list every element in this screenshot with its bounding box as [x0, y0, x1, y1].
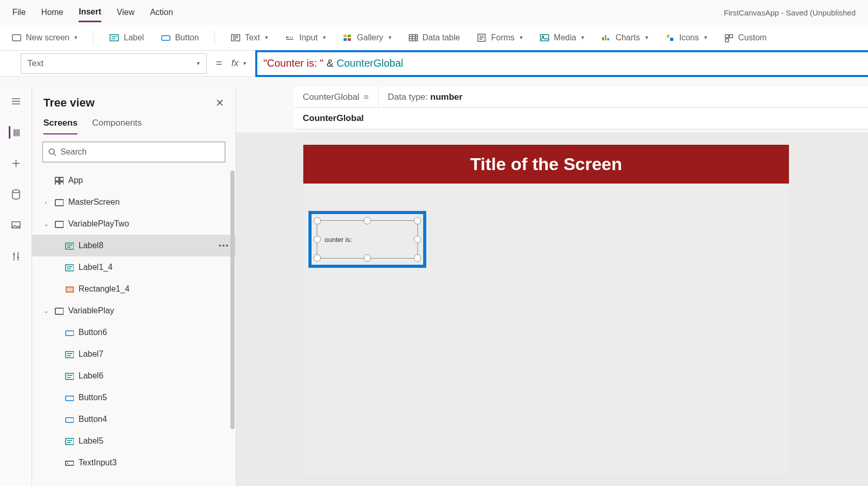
tree-list[interactable]: App›MasterScreen⌄VariablePlayTwoLabel8••…	[32, 168, 236, 486]
resize-handle[interactable]	[314, 217, 321, 224]
formula-input[interactable]: "Counter is: " & CounterGlobal	[255, 50, 868, 77]
tree-item-label5[interactable]: Label5	[32, 430, 236, 452]
chevron-down-icon: ▾	[243, 60, 246, 67]
insert-forms-button[interactable]: Forms▾	[475, 31, 523, 44]
resize-handle[interactable]	[314, 254, 321, 262]
insert-label-button[interactable]: Label	[108, 31, 145, 44]
label-icon	[64, 371, 74, 381]
chevron-down-icon: ▾	[704, 34, 707, 41]
chevron-down-icon: ▾	[389, 34, 392, 41]
selected-label-control[interactable]: ounter is:	[317, 220, 418, 259]
resize-handle[interactable]	[364, 217, 371, 224]
resize-handle[interactable]	[414, 236, 421, 243]
media-pane-icon[interactable]	[10, 219, 22, 232]
svg-rect-37	[66, 461, 74, 465]
fx-icon: fx	[231, 58, 239, 69]
insert-data-table-label: Data table	[423, 33, 460, 42]
menu-insert[interactable]: Insert	[79, 3, 101, 22]
svg-rect-14	[670, 38, 673, 41]
equals-sign: =	[216, 57, 222, 69]
textinput-icon	[64, 458, 74, 467]
tab-screens[interactable]: Screens	[43, 115, 78, 134]
svg-rect-35	[66, 418, 74, 422]
hamburger-icon[interactable]	[10, 95, 22, 108]
more-icon[interactable]: •••	[219, 241, 229, 250]
menu-home[interactable]: Home	[41, 4, 64, 21]
media-icon	[539, 33, 550, 42]
expander-icon[interactable]: ⌄	[42, 221, 50, 227]
tree-item-button6[interactable]: Button6	[32, 322, 236, 343]
expander-icon[interactable]: ›	[42, 199, 50, 205]
advanced-tools-icon[interactable]	[10, 250, 22, 263]
data-type-value: number	[430, 92, 462, 102]
insert-ribbon: New screen▾ Label Button Text▾ Input▾ Ga…	[0, 25, 868, 51]
close-icon[interactable]: ✕	[215, 97, 224, 109]
search-icon	[48, 148, 56, 156]
insert-data-table-button[interactable]: Data table	[407, 31, 461, 44]
insert-pane-icon[interactable]	[10, 157, 22, 170]
resize-handle[interactable]	[414, 217, 421, 224]
new-screen-button[interactable]: New screen▾	[10, 31, 79, 44]
tree-item-textinput3[interactable]: TextInput3	[32, 452, 236, 474]
tree-view-title: Tree view	[43, 96, 95, 110]
canvas-area[interactable]: Title of the Screen ounter is:	[236, 132, 868, 486]
menu-action[interactable]: Action	[150, 4, 173, 21]
menu-file[interactable]: File	[12, 4, 26, 21]
tree-view-icon[interactable]	[9, 126, 21, 139]
screen-icon	[11, 33, 22, 42]
insert-custom-button[interactable]: Custom	[723, 31, 768, 44]
screen-title-label[interactable]: Title of the Screen	[303, 145, 789, 184]
insert-media-button[interactable]: Media▾	[538, 31, 586, 44]
tree-search-input[interactable]: Search	[42, 142, 225, 162]
tree-item-variableplaytwo[interactable]: ⌄VariablePlayTwo	[32, 213, 236, 235]
svg-point-20	[49, 149, 54, 154]
svg-rect-22	[60, 177, 64, 181]
tree-item-label6[interactable]: Label6	[32, 365, 236, 387]
resize-handle[interactable]	[364, 254, 371, 262]
tree-item-variableplay[interactable]: ⌄VariablePlay	[32, 300, 236, 322]
fx-button[interactable]: fx▾	[231, 58, 246, 69]
tree-item-label: VariablePlayTwo	[68, 219, 129, 229]
tree-item-label1_4[interactable]: Label1_4	[32, 256, 236, 278]
property-selector[interactable]: Text ▾	[21, 53, 207, 74]
insert-icons-button[interactable]: Icons▾	[664, 31, 708, 44]
tab-components[interactable]: Components	[92, 115, 142, 134]
intellisense-suggestion[interactable]: CounterGlobal	[293, 108, 868, 129]
svg-rect-16	[730, 35, 733, 38]
insert-gallery-button[interactable]: Gallery▾	[342, 31, 393, 44]
insert-charts-button[interactable]: Charts▾	[600, 31, 649, 44]
tree-item-button4[interactable]: Button4	[32, 408, 236, 430]
svg-rect-9	[409, 35, 417, 41]
formula-variable-token: CounterGlobal	[337, 57, 404, 69]
scrollbar[interactable]	[230, 171, 235, 429]
tree-item-app[interactable]: App	[32, 170, 236, 191]
chevron-down-icon: ▾	[265, 34, 268, 41]
selected-label-text: ounter is:	[324, 236, 352, 244]
svg-rect-23	[55, 182, 59, 185]
data-icon[interactable]	[10, 188, 22, 201]
screen-stage[interactable]: Title of the Screen ounter is:	[303, 145, 789, 476]
tree-item-masterscreen[interactable]: ›MasterScreen	[32, 191, 236, 213]
svg-rect-2	[162, 36, 170, 40]
tree-item-button5[interactable]: Button5	[32, 387, 236, 408]
button-icon	[64, 415, 74, 424]
tree-view-tabs: Screens Components	[32, 115, 236, 134]
insert-input-button[interactable]: Input▾	[284, 31, 327, 44]
tree-item-label8[interactable]: Label8•••	[32, 235, 236, 256]
tree-item-label7[interactable]: Label7	[32, 343, 236, 365]
svg-rect-8	[348, 38, 351, 41]
svg-rect-33	[66, 373, 74, 379]
label-icon	[109, 33, 119, 42]
resize-handle[interactable]	[314, 236, 321, 243]
insert-button-button[interactable]: Button	[160, 31, 200, 44]
svg-rect-24	[60, 182, 64, 185]
tree-item-label: Button5	[79, 393, 107, 402]
svg-rect-15	[725, 35, 729, 38]
tree-item-label: Rectangle1_4	[79, 284, 130, 294]
expander-icon[interactable]: ⌄	[42, 308, 50, 314]
insert-icons-label: Icons	[679, 33, 699, 42]
resize-handle[interactable]	[414, 254, 421, 262]
menu-view[interactable]: View	[117, 4, 134, 21]
tree-item-rectangle1_4[interactable]: Rectangle1_4	[32, 278, 236, 300]
insert-text-button[interactable]: Text▾	[229, 31, 269, 44]
